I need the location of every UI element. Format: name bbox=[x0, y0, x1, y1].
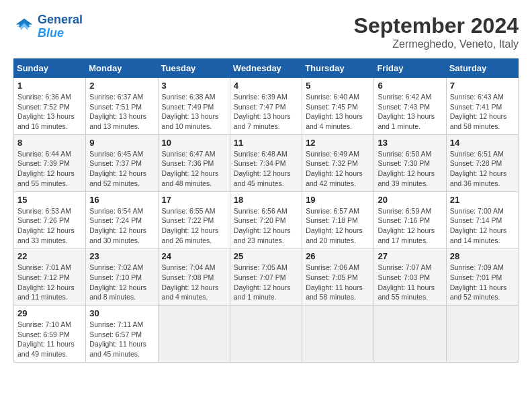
calendar-cell: 23Sunrise: 7:02 AM Sunset: 7:10 PM Dayli… bbox=[86, 248, 158, 306]
day-number: 11 bbox=[234, 138, 298, 148]
day-number: 27 bbox=[378, 251, 442, 261]
day-info: Sunrise: 6:37 AM Sunset: 7:51 PM Dayligh… bbox=[89, 92, 154, 132]
day-info: Sunrise: 6:59 AM Sunset: 7:16 PM Dayligh… bbox=[378, 206, 442, 246]
logo: General Blue bbox=[13, 13, 83, 40]
calendar-cell bbox=[374, 306, 446, 363]
day-number: 8 bbox=[17, 138, 82, 148]
day-info: Sunrise: 6:44 AM Sunset: 7:39 PM Dayligh… bbox=[17, 149, 82, 189]
calendar-cell: 1Sunrise: 6:36 AM Sunset: 7:52 PM Daylig… bbox=[14, 78, 86, 135]
calendar-cell: 13Sunrise: 6:50 AM Sunset: 7:30 PM Dayli… bbox=[374, 134, 446, 191]
day-number: 19 bbox=[306, 195, 370, 205]
day-number: 14 bbox=[450, 138, 515, 148]
calendar-week-row: 8Sunrise: 6:44 AM Sunset: 7:39 PM Daylig… bbox=[14, 134, 519, 191]
weekday-header-saturday: Saturday bbox=[446, 59, 518, 78]
weekday-header-row: SundayMondayTuesdayWednesdayThursdayFrid… bbox=[14, 59, 519, 78]
day-info: Sunrise: 7:00 AM Sunset: 7:14 PM Dayligh… bbox=[450, 206, 515, 246]
day-number: 2 bbox=[89, 81, 154, 91]
day-info: Sunrise: 6:38 AM Sunset: 7:49 PM Dayligh… bbox=[162, 92, 226, 132]
day-number: 17 bbox=[162, 195, 226, 205]
calendar-cell: 8Sunrise: 6:44 AM Sunset: 7:39 PM Daylig… bbox=[14, 134, 86, 191]
day-number: 1 bbox=[17, 81, 82, 91]
day-info: Sunrise: 6:42 AM Sunset: 7:43 PM Dayligh… bbox=[378, 92, 442, 132]
day-number: 9 bbox=[89, 138, 154, 148]
calendar-cell: 24Sunrise: 7:04 AM Sunset: 7:08 PM Dayli… bbox=[158, 248, 230, 306]
day-number: 12 bbox=[306, 138, 370, 148]
day-info: Sunrise: 6:48 AM Sunset: 7:34 PM Dayligh… bbox=[234, 149, 298, 189]
day-info: Sunrise: 6:55 AM Sunset: 7:22 PM Dayligh… bbox=[162, 206, 226, 246]
weekday-header-friday: Friday bbox=[374, 59, 446, 78]
day-number: 13 bbox=[378, 138, 442, 148]
calendar-cell: 25Sunrise: 7:05 AM Sunset: 7:07 PM Dayli… bbox=[230, 248, 302, 306]
calendar-cell: 9Sunrise: 6:45 AM Sunset: 7:37 PM Daylig… bbox=[86, 134, 158, 191]
calendar-cell: 22Sunrise: 7:01 AM Sunset: 7:12 PM Dayli… bbox=[14, 248, 86, 306]
day-info: Sunrise: 7:02 AM Sunset: 7:10 PM Dayligh… bbox=[89, 263, 154, 302]
calendar-cell: 4Sunrise: 6:39 AM Sunset: 7:47 PM Daylig… bbox=[230, 78, 302, 135]
calendar-cell: 6Sunrise: 6:42 AM Sunset: 7:43 PM Daylig… bbox=[374, 78, 446, 135]
calendar-cell: 14Sunrise: 6:51 AM Sunset: 7:28 PM Dayli… bbox=[446, 134, 518, 191]
day-info: Sunrise: 6:43 AM Sunset: 7:41 PM Dayligh… bbox=[450, 92, 515, 132]
weekday-header-thursday: Thursday bbox=[302, 59, 374, 78]
calendar-cell: 11Sunrise: 6:48 AM Sunset: 7:34 PM Dayli… bbox=[230, 134, 302, 191]
day-number: 29 bbox=[17, 308, 82, 318]
logo-icon bbox=[13, 16, 35, 38]
calendar-week-row: 15Sunrise: 6:53 AM Sunset: 7:26 PM Dayli… bbox=[14, 191, 519, 248]
day-info: Sunrise: 6:54 AM Sunset: 7:24 PM Dayligh… bbox=[89, 206, 154, 246]
calendar-cell: 18Sunrise: 6:56 AM Sunset: 7:20 PM Dayli… bbox=[230, 191, 302, 248]
day-number: 23 bbox=[89, 251, 154, 261]
calendar-cell: 17Sunrise: 6:55 AM Sunset: 7:22 PM Dayli… bbox=[158, 191, 230, 248]
title-block: September 2024 Zermeghedo, Veneto, Italy bbox=[354, 13, 519, 50]
calendar-cell: 19Sunrise: 6:57 AM Sunset: 7:18 PM Dayli… bbox=[302, 191, 374, 248]
calendar-week-row: 22Sunrise: 7:01 AM Sunset: 7:12 PM Dayli… bbox=[14, 248, 519, 306]
calendar-week-row: 1Sunrise: 6:36 AM Sunset: 7:52 PM Daylig… bbox=[14, 78, 519, 135]
day-number: 18 bbox=[234, 195, 298, 205]
day-number: 4 bbox=[234, 81, 298, 91]
day-info: Sunrise: 6:45 AM Sunset: 7:37 PM Dayligh… bbox=[89, 149, 154, 189]
day-info: Sunrise: 6:39 AM Sunset: 7:47 PM Dayligh… bbox=[234, 92, 298, 132]
weekday-header-tuesday: Tuesday bbox=[158, 59, 230, 78]
day-number: 6 bbox=[378, 81, 442, 91]
logo-line1: General bbox=[38, 13, 83, 26]
logo-line2: Blue bbox=[38, 26, 64, 40]
day-info: Sunrise: 7:04 AM Sunset: 7:08 PM Dayligh… bbox=[162, 263, 226, 302]
calendar-cell: 3Sunrise: 6:38 AM Sunset: 7:49 PM Daylig… bbox=[158, 78, 230, 135]
day-number: 25 bbox=[234, 251, 298, 261]
calendar-cell bbox=[446, 306, 518, 363]
calendar-cell: 29Sunrise: 7:10 AM Sunset: 6:59 PM Dayli… bbox=[14, 306, 86, 363]
month-title: September 2024 bbox=[354, 13, 519, 38]
calendar-week-row: 29Sunrise: 7:10 AM Sunset: 6:59 PM Dayli… bbox=[14, 306, 519, 363]
calendar-cell: 16Sunrise: 6:54 AM Sunset: 7:24 PM Dayli… bbox=[86, 191, 158, 248]
calendar-cell: 5Sunrise: 6:40 AM Sunset: 7:45 PM Daylig… bbox=[302, 78, 374, 135]
day-info: Sunrise: 6:40 AM Sunset: 7:45 PM Dayligh… bbox=[306, 92, 370, 132]
page-header: General Blue September 2024 Zermeghedo, … bbox=[13, 13, 519, 50]
calendar-cell: 30Sunrise: 7:11 AM Sunset: 6:57 PM Dayli… bbox=[86, 306, 158, 363]
calendar-table: SundayMondayTuesdayWednesdayThursdayFrid… bbox=[13, 58, 519, 363]
day-info: Sunrise: 6:56 AM Sunset: 7:20 PM Dayligh… bbox=[234, 206, 298, 246]
day-info: Sunrise: 7:05 AM Sunset: 7:07 PM Dayligh… bbox=[234, 263, 298, 302]
day-info: Sunrise: 7:06 AM Sunset: 7:05 PM Dayligh… bbox=[306, 263, 370, 302]
calendar-cell: 12Sunrise: 6:49 AM Sunset: 7:32 PM Dayli… bbox=[302, 134, 374, 191]
weekday-header-sunday: Sunday bbox=[14, 59, 86, 78]
logo-text: General Blue bbox=[38, 13, 83, 40]
day-number: 10 bbox=[162, 138, 226, 148]
calendar-cell bbox=[302, 306, 374, 363]
day-number: 7 bbox=[450, 81, 515, 91]
day-info: Sunrise: 6:51 AM Sunset: 7:28 PM Dayligh… bbox=[450, 149, 515, 189]
day-info: Sunrise: 7:11 AM Sunset: 6:57 PM Dayligh… bbox=[89, 320, 154, 359]
calendar-cell bbox=[230, 306, 302, 363]
weekday-header-monday: Monday bbox=[86, 59, 158, 78]
day-info: Sunrise: 7:10 AM Sunset: 6:59 PM Dayligh… bbox=[17, 320, 82, 359]
calendar-cell: 26Sunrise: 7:06 AM Sunset: 7:05 PM Dayli… bbox=[302, 248, 374, 306]
day-info: Sunrise: 6:50 AM Sunset: 7:30 PM Dayligh… bbox=[378, 149, 442, 189]
location: Zermeghedo, Veneto, Italy bbox=[354, 38, 519, 50]
calendar-cell: 20Sunrise: 6:59 AM Sunset: 7:16 PM Dayli… bbox=[374, 191, 446, 248]
calendar-cell: 27Sunrise: 7:07 AM Sunset: 7:03 PM Dayli… bbox=[374, 248, 446, 306]
day-info: Sunrise: 6:47 AM Sunset: 7:36 PM Dayligh… bbox=[162, 149, 226, 189]
day-info: Sunrise: 7:01 AM Sunset: 7:12 PM Dayligh… bbox=[17, 263, 82, 302]
day-info: Sunrise: 7:09 AM Sunset: 7:01 PM Dayligh… bbox=[450, 263, 515, 302]
day-number: 5 bbox=[306, 81, 370, 91]
day-number: 24 bbox=[162, 251, 226, 261]
calendar-cell: 21Sunrise: 7:00 AM Sunset: 7:14 PM Dayli… bbox=[446, 191, 518, 248]
day-info: Sunrise: 6:36 AM Sunset: 7:52 PM Dayligh… bbox=[17, 92, 82, 132]
day-number: 20 bbox=[378, 195, 442, 205]
day-number: 3 bbox=[162, 81, 226, 91]
